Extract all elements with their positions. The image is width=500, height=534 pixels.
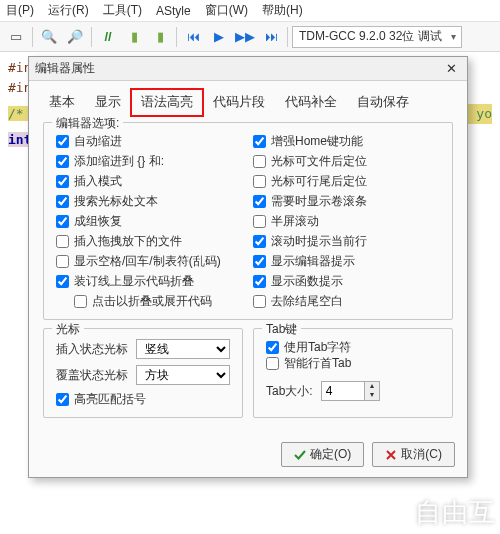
dialog-button-bar: 确定(O) 取消(C) bbox=[29, 436, 467, 477]
option-checkbox[interactable] bbox=[56, 175, 69, 188]
highlight-match-checkbox[interactable] bbox=[56, 393, 69, 406]
option-checkbox[interactable] bbox=[56, 155, 69, 168]
cursor-group: 光标 插入状态光标 竖线 覆盖状态光标 方块 高亮匹配括号 bbox=[43, 328, 243, 418]
option-label: 光标可文件后定位 bbox=[271, 153, 367, 169]
option-checkbox[interactable] bbox=[253, 235, 266, 248]
tool-button[interactable]: ▭ bbox=[4, 25, 28, 49]
dialog-titlebar: 编辑器属性 ✕ bbox=[29, 57, 467, 81]
block-icon-a[interactable]: ▮ bbox=[122, 25, 146, 49]
group-title: Tab键 bbox=[262, 321, 301, 338]
option-checkbox[interactable] bbox=[56, 235, 69, 248]
menu-bar: 目(P) 运行(R) 工具(T) AStyle 窗口(W) 帮助(H) bbox=[0, 0, 500, 22]
option-label: 光标可行尾后定位 bbox=[271, 173, 367, 189]
option-label: 插入拖拽放下的文件 bbox=[74, 233, 182, 249]
option-checkbox[interactable] bbox=[253, 255, 266, 268]
option-label: 去除结尾空白 bbox=[271, 293, 343, 309]
option-row: 光标可行尾后定位 bbox=[253, 173, 440, 189]
option-checkbox[interactable] bbox=[56, 275, 69, 288]
editor-options-group: 编辑器选项: 自动缩进添加缩进到 {} 和:插入模式搜索光标处文本成组恢复插入拖… bbox=[43, 122, 453, 320]
group-title: 编辑器选项: bbox=[52, 115, 123, 132]
separator bbox=[176, 27, 177, 47]
insert-caret-label: 插入状态光标 bbox=[56, 341, 128, 358]
toolbar: ▭ 🔍 🔎 // ▮ ▮ ⏮ ▶ ▶▶ ⏭ TDM-GCC 9.2.0 32位 … bbox=[0, 22, 500, 52]
step-back-icon[interactable]: ⏮ bbox=[181, 25, 205, 49]
option-checkbox[interactable] bbox=[253, 175, 266, 188]
menu-item[interactable]: 运行(R) bbox=[48, 2, 89, 19]
option-row: 插入模式 bbox=[56, 173, 243, 189]
option-checkbox[interactable] bbox=[253, 275, 266, 288]
insert-caret-select[interactable]: 竖线 bbox=[136, 339, 230, 359]
editor-properties-dialog: 编辑器属性 ✕ 基本 显示 语法高亮 代码片段 代码补全 自动保存 编辑器选项:… bbox=[28, 56, 468, 478]
step-over-icon[interactable]: ⏭ bbox=[259, 25, 283, 49]
dialog-tabs: 基本 显示 语法高亮 代码片段 代码补全 自动保存 bbox=[29, 81, 467, 116]
separator bbox=[91, 27, 92, 47]
smart-tab-checkbox[interactable] bbox=[266, 357, 279, 370]
tab-autosave[interactable]: 自动保存 bbox=[347, 89, 419, 116]
ok-button[interactable]: 确定(O) bbox=[281, 442, 364, 467]
option-row: 去除结尾空白 bbox=[253, 293, 440, 309]
dialog-body: 编辑器选项: 自动缩进添加缩进到 {} 和:插入模式搜索光标处文本成组恢复插入拖… bbox=[29, 116, 467, 436]
option-label: 装订线上显示代码折叠 bbox=[74, 273, 194, 289]
option-row: 半屏滚动 bbox=[253, 213, 440, 229]
tab-syntax-highlight[interactable]: 语法高亮 bbox=[131, 89, 203, 116]
x-icon bbox=[385, 449, 397, 461]
option-row: 显示空格/回车/制表符(乱码) bbox=[56, 253, 243, 269]
option-label: 显示空格/回车/制表符(乱码) bbox=[74, 253, 221, 269]
option-checkbox[interactable] bbox=[56, 215, 69, 228]
option-checkbox[interactable] bbox=[253, 195, 266, 208]
search-plus-icon[interactable]: 🔎 bbox=[63, 25, 87, 49]
overwrite-caret-select[interactable]: 方块 bbox=[136, 365, 230, 385]
option-label: 搜索光标处文本 bbox=[74, 193, 158, 209]
block-icon-b[interactable]: ▮ bbox=[148, 25, 172, 49]
close-icon[interactable]: ✕ bbox=[442, 61, 461, 76]
option-row: 增强Home键功能 bbox=[253, 133, 440, 149]
menu-item[interactable]: 帮助(H) bbox=[262, 2, 303, 19]
compiler-label: TDM-GCC 9.2.0 32位 调试 bbox=[299, 28, 442, 45]
search-icon[interactable]: 🔍 bbox=[37, 25, 61, 49]
option-checkbox[interactable] bbox=[253, 215, 266, 228]
option-label: 添加缩进到 {} 和: bbox=[74, 153, 164, 169]
option-row: 搜索光标处文本 bbox=[56, 193, 243, 209]
option-checkbox[interactable] bbox=[56, 135, 69, 148]
option-row: 显示编辑器提示 bbox=[253, 253, 440, 269]
option-row: 滚动时提示当前行 bbox=[253, 233, 440, 249]
menu-item[interactable]: AStyle bbox=[156, 4, 191, 18]
separator bbox=[287, 27, 288, 47]
cancel-button[interactable]: 取消(C) bbox=[372, 442, 455, 467]
option-row: 装订线上显示代码折叠 bbox=[56, 273, 243, 289]
overwrite-caret-label: 覆盖状态光标 bbox=[56, 367, 128, 384]
tab-autocomplete[interactable]: 代码补全 bbox=[275, 89, 347, 116]
highlight-match-label: 高亮匹配括号 bbox=[74, 391, 146, 407]
option-row: 自动缩进 bbox=[56, 133, 243, 149]
option-row: 需要时显示卷滚条 bbox=[253, 193, 440, 209]
option-label: 滚动时提示当前行 bbox=[271, 233, 367, 249]
option-checkbox[interactable] bbox=[253, 155, 266, 168]
compiler-select[interactable]: TDM-GCC 9.2.0 32位 调试 bbox=[292, 26, 462, 48]
tab-display[interactable]: 显示 bbox=[85, 89, 131, 116]
option-label: 需要时显示卷滚条 bbox=[271, 193, 367, 209]
smart-tab-label: 智能行首Tab bbox=[284, 355, 351, 371]
option-checkbox[interactable] bbox=[56, 255, 69, 268]
menu-item[interactable]: 工具(T) bbox=[103, 2, 142, 19]
option-label: 自动缩进 bbox=[74, 133, 122, 149]
option-checkbox[interactable] bbox=[253, 135, 266, 148]
option-checkbox[interactable] bbox=[74, 295, 87, 308]
option-checkbox[interactable] bbox=[56, 195, 69, 208]
comment-icon[interactable]: // bbox=[96, 25, 120, 49]
dialog-title: 编辑器属性 bbox=[35, 60, 95, 77]
option-label: 插入模式 bbox=[74, 173, 122, 189]
tab-snippets[interactable]: 代码片段 bbox=[203, 89, 275, 116]
separator bbox=[32, 27, 33, 47]
option-row: 点击以折叠或展开代码 bbox=[74, 293, 243, 309]
tab-size-input[interactable] bbox=[321, 381, 365, 401]
option-row: 插入拖拽放下的文件 bbox=[56, 233, 243, 249]
tab-basic[interactable]: 基本 bbox=[39, 89, 85, 116]
option-checkbox[interactable] bbox=[253, 295, 266, 308]
option-row: 光标可文件后定位 bbox=[253, 153, 440, 169]
menu-item[interactable]: 目(P) bbox=[6, 2, 34, 19]
play-icon[interactable]: ▶ bbox=[207, 25, 231, 49]
spin-down-icon[interactable]: ▾ bbox=[365, 391, 379, 400]
use-tab-checkbox[interactable] bbox=[266, 341, 279, 354]
fast-forward-icon[interactable]: ▶▶ bbox=[233, 25, 257, 49]
menu-item[interactable]: 窗口(W) bbox=[205, 2, 248, 19]
